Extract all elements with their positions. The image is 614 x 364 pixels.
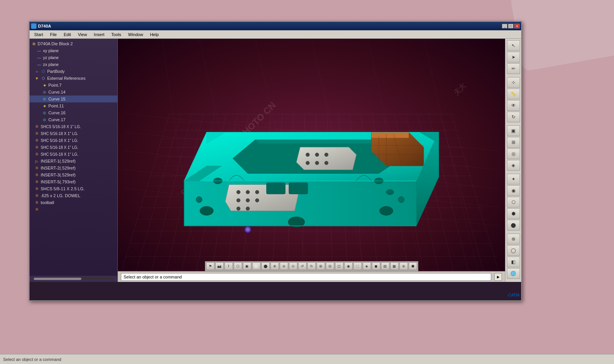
toolbar-light-btn[interactable]: ✦ bbox=[507, 174, 520, 184]
vp-btn-top[interactable]: ⬚ bbox=[353, 262, 362, 270]
tree-item-shcs2[interactable]: ⑤ SHC 5/16-18 X 1" LG. bbox=[30, 130, 117, 137]
toolbar-hide-btn[interactable]: ◯ bbox=[507, 245, 520, 256]
toolbar-snap-btn[interactable]: ⊛ bbox=[507, 234, 520, 244]
toolbar-wire-btn[interactable]: ⬤ bbox=[507, 220, 520, 231]
minimize-button[interactable]: _ bbox=[502, 24, 507, 28]
vp-btn-rotate-r[interactable]: ↻ bbox=[307, 262, 316, 270]
vp-btn-box[interactable]: ▣ bbox=[243, 262, 251, 270]
vp-btn-zoom-out[interactable]: ⊖ bbox=[280, 262, 288, 270]
menu-file[interactable]: File bbox=[47, 31, 60, 38]
toolbar-select-btn[interactable]: ↖ bbox=[507, 40, 520, 51]
vp-btn-analyze[interactable]: ▦ bbox=[390, 262, 399, 270]
svg-point-28 bbox=[315, 161, 319, 165]
body-icon: ○ bbox=[34, 69, 40, 74]
toolbar-global-btn[interactable]: 🌐 bbox=[507, 268, 520, 279]
vp-btn-measure[interactable]: ▤ bbox=[381, 262, 390, 270]
tree-item-geo-set[interactable]: ▷ INSERT-1(.529ref) bbox=[30, 158, 117, 165]
tree-item-point7[interactable]: ◈ Point.7 bbox=[30, 82, 117, 89]
toolbar-sphere-btn[interactable]: ◎ bbox=[507, 148, 520, 159]
menu-insert[interactable]: Insert bbox=[91, 31, 108, 38]
tree-label-yz-plane: yz plane bbox=[43, 55, 59, 60]
tree-item-part-body[interactable]: ○ ⬡ PartBody bbox=[30, 68, 117, 75]
vp-btn-flag[interactable]: ⚑ bbox=[206, 262, 215, 270]
tree-item-shcs5[interactable]: ⑤ SHC 5/16-18 X 1" LG. bbox=[30, 151, 117, 158]
dowel-icon: ⑤ bbox=[34, 200, 40, 205]
tree-item-insert5[interactable]: ⑤ SHCS 5/8-11 X 2.5 LG. bbox=[30, 185, 117, 192]
svg-point-33 bbox=[255, 190, 259, 194]
tree-label-zx-plane: zx plane bbox=[43, 62, 59, 67]
tree-item-dowel[interactable]: ⑤ toolball bbox=[30, 199, 117, 206]
tree-item-shcs4[interactable]: ⑤ SHC 5/16-18 X 1" LG. bbox=[30, 144, 117, 151]
vp-btn-snap[interactable]: ⊛ bbox=[399, 262, 408, 270]
tree-scrollbar[interactable] bbox=[30, 276, 117, 282]
menu-tools[interactable]: Tools bbox=[108, 31, 124, 38]
body-subicon: ⬡ bbox=[41, 69, 46, 74]
tree-item-xy-plane[interactable]: — xy plane bbox=[30, 47, 117, 54]
tree-item-die-block[interactable]: ⚙ D740A Die Block 2 bbox=[30, 40, 117, 47]
tree-label-point7: Point.7 bbox=[48, 83, 61, 87]
toolbar-texture-btn[interactable]: ⬢ bbox=[507, 208, 520, 219]
folder-icon-ext: ▼ bbox=[34, 76, 40, 81]
tree-label-xy-plane: xy plane bbox=[43, 48, 59, 53]
vp-btn-front[interactable]: ◫ bbox=[335, 262, 343, 270]
toolbar-box-btn[interactable]: ▣ bbox=[507, 125, 520, 136]
title-bar: DS D740A _ □ ✕ bbox=[30, 22, 521, 30]
vp-btn-rotate-l[interactable]: ↺ bbox=[298, 262, 307, 270]
toolbar-render-btn[interactable]: ◉ bbox=[507, 185, 520, 196]
tree-item-toolball[interactable]: ⑤ bbox=[30, 206, 117, 213]
vp-btn-zoom-in[interactable]: ⊕ bbox=[271, 262, 279, 270]
menu-edit[interactable]: Edit bbox=[61, 31, 74, 38]
curve-icon-14: ◎ bbox=[42, 89, 47, 95]
menu-help[interactable]: Help bbox=[147, 31, 162, 38]
vp-btn-tools[interactable]: ⬣ bbox=[409, 262, 417, 270]
tree-item-curve14[interactable]: ◎ Curve.14 bbox=[30, 89, 117, 96]
tree-label-curve16: Curve.16 bbox=[48, 110, 66, 115]
vp-btn-dot[interactable]: ⬤ bbox=[261, 262, 270, 270]
toolbar-part-btn[interactable]: ◈ bbox=[507, 160, 520, 171]
tree-item-curve16[interactable]: ◎ Curve.16 bbox=[30, 109, 117, 116]
app-icon: DS bbox=[31, 23, 36, 29]
vp-btn-wire[interactable]: ⬡ bbox=[234, 262, 242, 270]
status-message: Select an object or a command bbox=[121, 273, 491, 281]
toolbar-arrow-btn[interactable]: ➤ bbox=[507, 52, 520, 63]
toolbar-rotate-btn[interactable]: ↻ bbox=[507, 112, 520, 122]
menu-view[interactable]: View bbox=[75, 31, 90, 38]
tree-item-zx-plane[interactable]: — zx plane bbox=[30, 61, 117, 68]
vp-btn-sq[interactable]: ⬜ bbox=[252, 262, 261, 270]
tree-item-insert1[interactable]: ⑤ INSERT-2(.529ref) bbox=[30, 165, 117, 171]
tree-item-point11[interactable]: ◈ Point.11 bbox=[30, 102, 117, 109]
toolbar-eye-btn[interactable]: 👁 bbox=[507, 100, 520, 111]
tree-item-shcs1[interactable]: ⑤ SHCS 5/16-18 X 1" LG. bbox=[30, 123, 117, 130]
viewport[interactable]: PHOTO CN PARTPHOTO 天大 bbox=[118, 39, 505, 282]
vp-btn-render[interactable]: ◈ bbox=[363, 262, 371, 270]
toolbar-material-btn[interactable]: ⬡ bbox=[507, 197, 520, 208]
tree-item-yz-plane[interactable]: — yz plane bbox=[30, 54, 117, 61]
toolbar-cursor-btn[interactable]: ⊹ bbox=[507, 77, 520, 88]
close-button[interactable]: ✕ bbox=[514, 24, 520, 28]
toolbar-grid-btn[interactable]: ⊞ bbox=[507, 137, 520, 148]
tree-item-insert3[interactable]: ⑤ INSERT-5(.793ref) bbox=[30, 178, 117, 185]
menu-start[interactable]: Start bbox=[31, 31, 46, 38]
tree-label-insert5: SHCS 5/8-11 X 2.5 LG. bbox=[41, 186, 84, 191]
toolbar-iso-btn[interactable]: ◧ bbox=[507, 257, 520, 267]
tree-item-curve17[interactable]: ◎ Curve.17 bbox=[30, 116, 117, 123]
menu-window[interactable]: Window bbox=[125, 31, 146, 38]
tree-item-insert2[interactable]: ⑤ INSERT-3(.529ref) bbox=[30, 171, 117, 178]
status-arrow[interactable]: ▶ bbox=[494, 273, 502, 281]
tree-item-shcs3[interactable]: ⑤ SHC 5/16-18 X 1" LG. bbox=[30, 137, 117, 144]
toolbar-measure-btn[interactable]: 📏 bbox=[507, 89, 520, 99]
vp-btn-cam[interactable]: 📷 bbox=[215, 262, 224, 270]
vp-btn-minus[interactable]: ⊟ bbox=[326, 262, 334, 270]
vp-btn-f[interactable]: f bbox=[224, 262, 233, 270]
tree-item-ext-ref[interactable]: ▼ ⬡ External References bbox=[30, 75, 117, 82]
vp-btn-shade[interactable]: ◼ bbox=[372, 262, 380, 270]
vp-btn-grid[interactable]: ⊞ bbox=[317, 262, 325, 270]
vp-btn-iso[interactable]: ◉ bbox=[344, 262, 353, 270]
toolbar-pencil-btn[interactable]: ✏ bbox=[507, 63, 520, 74]
maximize-button[interactable]: □ bbox=[508, 24, 513, 28]
vp-btn-zoom-fit[interactable]: ⊙ bbox=[289, 262, 297, 270]
title-bar-left: DS D740A bbox=[31, 23, 51, 29]
tree-item-curve15[interactable]: ◎ Curve 15 bbox=[30, 96, 117, 102]
shcs-icon-5: ⑤ bbox=[34, 152, 40, 157]
tree-item-shcs-lg[interactable]: ⑤ .625 x 2 LG. DOWEL bbox=[30, 192, 117, 199]
